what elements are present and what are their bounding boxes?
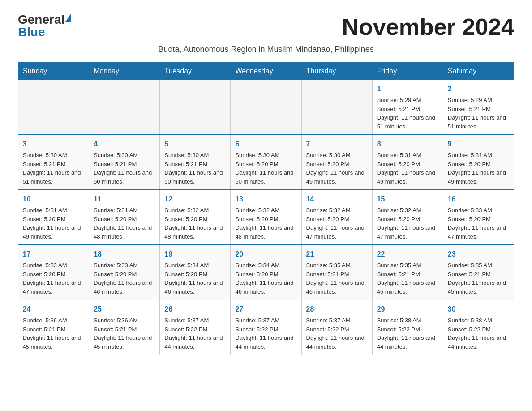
calendar-cell: 15Sunrise: 5:32 AMSunset: 5:20 PMDayligh… [372,190,443,245]
calendar-cell: 29Sunrise: 5:38 AMSunset: 5:22 PMDayligh… [372,300,443,355]
calendar-cell: 26Sunrise: 5:37 AMSunset: 5:22 PMDayligh… [160,300,231,355]
day-info: Sunrise: 5:36 AMSunset: 5:21 PMDaylight:… [94,316,155,351]
month-title: November 2024 [342,13,514,40]
day-info: Sunrise: 5:30 AMSunset: 5:20 PMDaylight:… [306,151,368,186]
calendar-cell: 18Sunrise: 5:33 AMSunset: 5:20 PMDayligh… [89,245,160,300]
calendar-cell: 27Sunrise: 5:37 AMSunset: 5:22 PMDayligh… [231,300,301,355]
day-info: Sunrise: 5:32 AMSunset: 5:20 PMDaylight:… [377,206,438,241]
calendar-week-3: 17Sunrise: 5:33 AMSunset: 5:20 PMDayligh… [18,245,514,300]
day-number: 25 [94,304,155,315]
calendar-cell: 8Sunrise: 5:31 AMSunset: 5:20 PMDaylight… [372,135,443,190]
day-info: Sunrise: 5:31 AMSunset: 5:20 PMDaylight:… [94,206,155,241]
day-info: Sunrise: 5:35 AMSunset: 5:21 PMDaylight:… [377,261,438,296]
calendar-table: SundayMondayTuesdayWednesdayThursdayFrid… [18,62,514,355]
calendar-cell [301,80,372,135]
day-number: 18 [94,249,155,260]
day-info: Sunrise: 5:29 AMSunset: 5:21 PMDaylight:… [448,96,510,131]
day-number: 5 [164,139,226,150]
day-number: 30 [448,304,510,315]
day-info: Sunrise: 5:33 AMSunset: 5:20 PMDaylight:… [448,206,510,241]
day-info: Sunrise: 5:35 AMSunset: 5:21 PMDaylight:… [306,261,368,296]
col-header-friday: Friday [372,63,443,80]
calendar-cell: 17Sunrise: 5:33 AMSunset: 5:20 PMDayligh… [18,245,89,300]
day-number: 2 [448,84,510,94]
calendar-cell: 23Sunrise: 5:35 AMSunset: 5:21 PMDayligh… [443,245,514,300]
calendar-week-4: 24Sunrise: 5:36 AMSunset: 5:21 PMDayligh… [18,300,514,355]
col-header-tuesday: Tuesday [160,63,231,80]
day-number: 13 [235,194,296,205]
day-number: 3 [23,139,85,150]
day-info: Sunrise: 5:30 AMSunset: 5:21 PMDaylight:… [23,151,85,186]
calendar-cell: 25Sunrise: 5:36 AMSunset: 5:21 PMDayligh… [89,300,160,355]
day-info: Sunrise: 5:37 AMSunset: 5:22 PMDaylight:… [235,316,296,351]
calendar-cell: 16Sunrise: 5:33 AMSunset: 5:20 PMDayligh… [443,190,514,245]
day-info: Sunrise: 5:30 AMSunset: 5:20 PMDaylight:… [235,151,296,186]
day-number: 8 [377,139,438,150]
day-info: Sunrise: 5:34 AMSunset: 5:20 PMDaylight:… [235,261,296,296]
day-info: Sunrise: 5:38 AMSunset: 5:22 PMDaylight:… [377,316,438,351]
day-info: Sunrise: 5:31 AMSunset: 5:20 PMDaylight:… [377,151,438,186]
calendar-cell: 13Sunrise: 5:32 AMSunset: 5:20 PMDayligh… [231,190,301,245]
calendar-cell: 20Sunrise: 5:34 AMSunset: 5:20 PMDayligh… [231,245,301,300]
day-info: Sunrise: 5:38 AMSunset: 5:22 PMDaylight:… [448,316,510,351]
day-number: 1 [377,84,438,94]
day-info: Sunrise: 5:30 AMSunset: 5:21 PMDaylight:… [94,151,155,186]
day-info: Sunrise: 5:37 AMSunset: 5:22 PMDaylight:… [164,316,226,351]
day-number: 16 [448,194,510,205]
day-info: Sunrise: 5:36 AMSunset: 5:21 PMDaylight:… [23,316,85,351]
calendar-cell [89,80,160,135]
day-number: 11 [94,194,155,205]
calendar-cell: 1Sunrise: 5:29 AMSunset: 5:21 PMDaylight… [372,80,443,135]
day-number: 7 [306,139,368,150]
day-number: 21 [306,249,368,260]
day-info: Sunrise: 5:30 AMSunset: 5:21 PMDaylight:… [164,151,226,186]
day-info: Sunrise: 5:32 AMSunset: 5:20 PMDaylight:… [306,206,368,241]
subtitle: Budta, Autonomous Region in Muslim Minda… [18,45,514,54]
col-header-saturday: Saturday [443,63,514,80]
day-info: Sunrise: 5:32 AMSunset: 5:20 PMDaylight:… [164,206,226,241]
calendar-cell: 6Sunrise: 5:30 AMSunset: 5:20 PMDaylight… [231,135,301,190]
day-number: 9 [448,139,510,150]
calendar-cell: 19Sunrise: 5:34 AMSunset: 5:20 PMDayligh… [160,245,231,300]
day-number: 19 [164,249,226,260]
calendar-cell: 30Sunrise: 5:38 AMSunset: 5:22 PMDayligh… [443,300,514,355]
calendar-cell: 24Sunrise: 5:36 AMSunset: 5:21 PMDayligh… [18,300,89,355]
calendar-cell [160,80,231,135]
calendar-cell: 11Sunrise: 5:31 AMSunset: 5:20 PMDayligh… [89,190,160,245]
logo-blue-text: Blue [18,26,45,39]
day-info: Sunrise: 5:31 AMSunset: 5:20 PMDaylight:… [23,206,85,241]
day-info: Sunrise: 5:33 AMSunset: 5:20 PMDaylight:… [94,261,155,296]
calendar-cell: 7Sunrise: 5:30 AMSunset: 5:20 PMDaylight… [301,135,372,190]
calendar-cell: 10Sunrise: 5:31 AMSunset: 5:20 PMDayligh… [18,190,89,245]
day-number: 23 [448,249,510,260]
calendar-cell: 28Sunrise: 5:37 AMSunset: 5:22 PMDayligh… [301,300,372,355]
calendar-cell: 5Sunrise: 5:30 AMSunset: 5:21 PMDaylight… [160,135,231,190]
day-info: Sunrise: 5:35 AMSunset: 5:21 PMDaylight:… [448,261,510,296]
day-number: 6 [235,139,296,150]
col-header-thursday: Thursday [301,63,372,80]
day-number: 28 [306,304,368,315]
day-info: Sunrise: 5:37 AMSunset: 5:22 PMDaylight:… [306,316,368,351]
calendar-cell: 21Sunrise: 5:35 AMSunset: 5:21 PMDayligh… [301,245,372,300]
day-number: 17 [23,249,85,260]
calendar-cell: 14Sunrise: 5:32 AMSunset: 5:20 PMDayligh… [301,190,372,245]
calendar-cell: 12Sunrise: 5:32 AMSunset: 5:20 PMDayligh… [160,190,231,245]
day-info: Sunrise: 5:33 AMSunset: 5:20 PMDaylight:… [23,261,85,296]
page-header: General Blue November 2024 [18,13,514,40]
day-number: 27 [235,304,296,315]
day-info: Sunrise: 5:29 AMSunset: 5:21 PMDaylight:… [377,96,438,131]
calendar-cell: 2Sunrise: 5:29 AMSunset: 5:21 PMDaylight… [443,80,514,135]
day-number: 22 [377,249,438,260]
calendar-cell: 4Sunrise: 5:30 AMSunset: 5:21 PMDaylight… [89,135,160,190]
col-header-monday: Monday [89,63,160,80]
calendar-week-2: 10Sunrise: 5:31 AMSunset: 5:20 PMDayligh… [18,190,514,245]
day-info: Sunrise: 5:32 AMSunset: 5:20 PMDaylight:… [235,206,296,241]
day-number: 14 [306,194,368,205]
calendar-cell [231,80,301,135]
calendar-cell: 9Sunrise: 5:31 AMSunset: 5:20 PMDaylight… [443,135,514,190]
logo-triangle-icon [65,14,71,22]
logo: General Blue [18,13,71,39]
day-number: 12 [164,194,226,205]
calendar-cell: 3Sunrise: 5:30 AMSunset: 5:21 PMDaylight… [18,135,89,190]
col-header-wednesday: Wednesday [231,63,301,80]
